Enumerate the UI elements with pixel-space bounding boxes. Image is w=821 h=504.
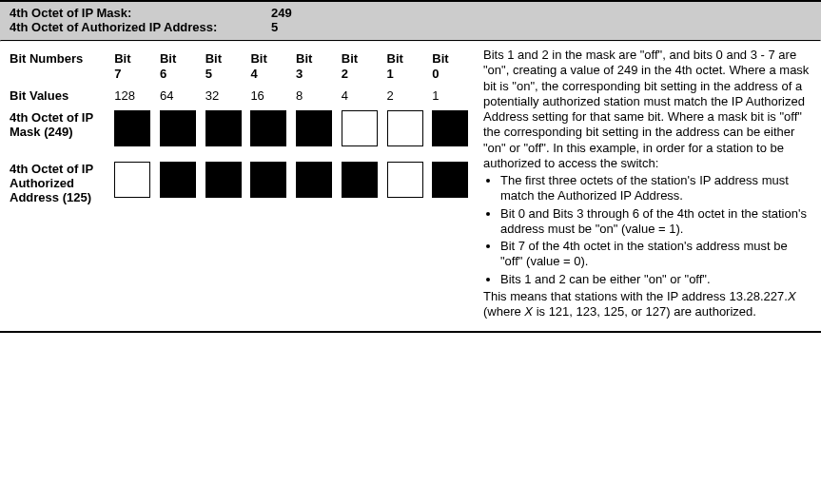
bit-num-3: Bit3 <box>294 48 340 85</box>
row-mask: 4th Octet of IP Mask (249) <box>10 107 476 150</box>
mask-bit-7 <box>114 110 150 146</box>
explain-bullet-0: The first three octets of the station's … <box>500 173 811 204</box>
addr-bit-6 <box>160 162 196 198</box>
explain-para2-x2: X <box>524 304 533 319</box>
mask-bit-1 <box>387 110 423 146</box>
mask-bit-2 <box>342 110 378 146</box>
explain-para2-a: This means that stations with the IP add… <box>483 289 788 303</box>
header-addr-value: 5 <box>271 20 278 34</box>
bit-num-2: Bit2 <box>340 48 385 85</box>
bit-val-4: 16 <box>248 85 294 107</box>
addr-bit-2 <box>342 162 378 198</box>
mask-bit-6 <box>160 110 196 146</box>
explain-para2-c: is 121, 123, 125, or 127) are authorized… <box>533 304 756 319</box>
addr-bit-1 <box>387 162 423 198</box>
explain-bullets: The first three octets of the station's … <box>500 173 811 287</box>
bit-val-1: 2 <box>385 85 431 107</box>
explain-bullet-1: Bit 0 and Bits 3 through 6 of the 4th oc… <box>500 206 811 238</box>
bit-num-0: Bit0 <box>430 48 476 85</box>
explain-para1: Bits 1 and 2 in the mask are "off", and … <box>483 48 811 171</box>
addr-bit-0 <box>432 162 468 198</box>
mask-bit-0 <box>432 110 468 146</box>
row-addr-label: 4th Octet of IP Authorized Address (125) <box>10 158 112 208</box>
figure-container: 4th Octet of IP Mask: 249 4th Octet of A… <box>0 0 821 333</box>
bit-val-0: 1 <box>430 85 476 107</box>
mask-bit-5 <box>205 110 242 146</box>
bit-table: Bit Numbers Bit7 Bit6 Bit5 Bit4 Bit3 Bit… <box>10 48 476 208</box>
header-mask-value: 249 <box>271 6 292 20</box>
addr-bit-5 <box>205 162 242 198</box>
row-bitvalues: Bit Values 128 64 32 16 8 4 2 1 <box>10 85 476 107</box>
header-addr-label: 4th Octet of Authorized IP Address: <box>10 20 271 34</box>
bit-val-3: 8 <box>294 85 340 107</box>
mask-bit-4 <box>250 110 286 146</box>
row-mask-label: 4th Octet of IP Mask (249) <box>10 107 112 150</box>
bit-val-6: 64 <box>158 85 204 107</box>
explain-bullet-2: Bit 7 of the 4th octet in the station's … <box>500 239 811 270</box>
header-mask-label: 4th Octet of IP Mask: <box>10 6 271 20</box>
row-bitnumbers-label: Bit Numbers <box>10 48 112 85</box>
explain-para2-b: (where <box>483 304 524 319</box>
bit-val-5: 32 <box>204 85 249 107</box>
explain-bullet-3: Bits 1 and 2 can be either "on" or "off"… <box>500 272 811 287</box>
bit-num-7: Bit7 <box>112 48 158 85</box>
addr-bit-7 <box>114 162 150 198</box>
bit-num-6: Bit6 <box>158 48 204 85</box>
row-addr: 4th Octet of IP Authorized Address (125) <box>10 158 476 208</box>
addr-bit-3 <box>296 162 332 198</box>
bit-table-area: Bit Numbers Bit7 Bit6 Bit5 Bit4 Bit3 Bit… <box>10 48 476 321</box>
explain-para2: This means that stations with the IP add… <box>483 289 811 320</box>
bit-val-7: 128 <box>112 85 158 107</box>
mask-bit-3 <box>296 110 332 146</box>
header-box: 4th Octet of IP Mask: 249 4th Octet of A… <box>0 2 821 40</box>
explain-para2-x: X <box>788 289 796 303</box>
bit-num-4: Bit4 <box>248 48 294 85</box>
row-bitvalues-label: Bit Values <box>10 85 112 107</box>
row-bitnumbers: Bit Numbers Bit7 Bit6 Bit5 Bit4 Bit3 Bit… <box>10 48 476 85</box>
content-area: Bit Numbers Bit7 Bit6 Bit5 Bit4 Bit3 Bit… <box>0 42 821 331</box>
bit-val-2: 4 <box>340 85 385 107</box>
explanation-text: Bits 1 and 2 in the mask are "off", and … <box>476 48 811 321</box>
bit-num-5: Bit5 <box>204 48 249 85</box>
bit-num-1: Bit1 <box>385 48 431 85</box>
addr-bit-4 <box>250 162 286 198</box>
